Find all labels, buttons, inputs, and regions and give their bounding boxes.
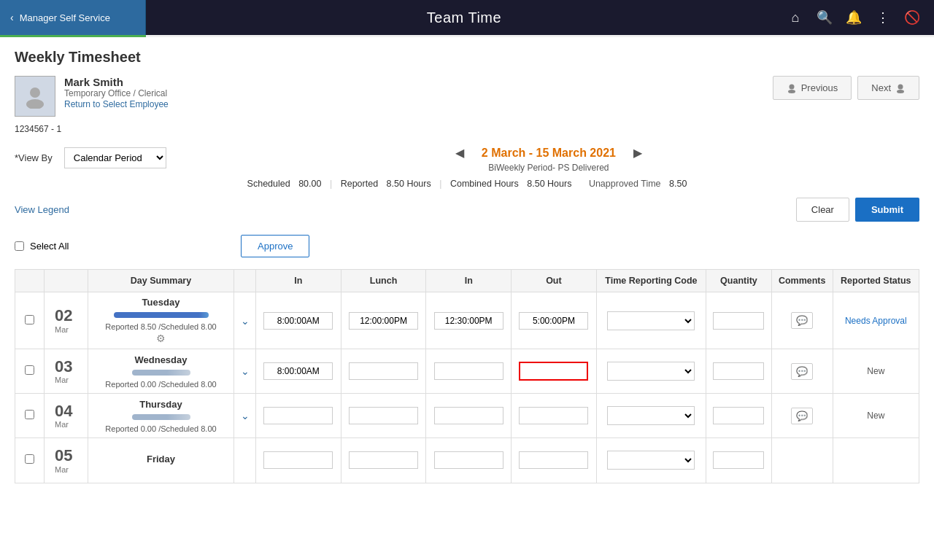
day-bar-container — [93, 310, 229, 320]
day-num-cell: 02Mar — [45, 292, 88, 349]
lunch-input[interactable] — [349, 407, 418, 424]
qty-cell — [706, 292, 772, 349]
comment-button[interactable]: 💬 — [791, 312, 813, 329]
trc-cell — [596, 394, 706, 438]
chevron-down-icon[interactable]: ⌄ — [241, 315, 250, 327]
employee-role: Temporary Office / Clerical — [64, 88, 169, 98]
clear-button[interactable]: Clear — [796, 198, 849, 222]
in2-input[interactable] — [434, 451, 503, 469]
period-type: BiWeekly Period- PS Delivered — [488, 163, 609, 173]
bell-icon[interactable]: 🔔 — [841, 4, 867, 31]
out-input[interactable] — [519, 407, 588, 424]
row-expand-chevron[interactable]: ⌄ — [234, 349, 256, 394]
day-bar-full — [114, 312, 209, 318]
period-next-arrow[interactable]: ▶ — [628, 143, 648, 163]
lunch-input-cell — [341, 394, 426, 438]
select-all-label: Select All — [30, 241, 69, 252]
status-badge: New — [867, 366, 884, 376]
trc-cell — [596, 438, 706, 483]
summary-row: Scheduled 80.00 | Reported 8.50 Hours | … — [15, 179, 919, 189]
col-checkbox — [15, 270, 45, 292]
select-all-checkbox[interactable] — [15, 241, 24, 251]
col-out: Out — [512, 270, 597, 292]
out-input-cell — [512, 292, 597, 349]
no-entry-icon[interactable]: 🚫 — [899, 4, 925, 31]
back-nav[interactable]: ‹ Manager Self Service — [0, 0, 146, 35]
in1-input[interactable] — [263, 407, 333, 424]
trc-cell — [596, 349, 706, 394]
lunch-input[interactable] — [349, 312, 418, 330]
day-reported: Reported 0.00 /Scheduled 8.00 — [93, 424, 229, 433]
out-input-cell — [512, 349, 597, 394]
submit-button[interactable]: Submit — [855, 198, 919, 222]
comment-button[interactable]: 💬 — [791, 408, 813, 424]
qty-input[interactable] — [713, 362, 764, 380]
row-expand-chevron[interactable]: ⌄ — [234, 394, 256, 438]
in2-input[interactable] — [434, 312, 503, 330]
row-expand-chevron[interactable] — [234, 438, 256, 483]
table-row: 02Mar Tuesday Reported 8.50 /Scheduled 8… — [15, 292, 919, 349]
in2-input-cell — [426, 292, 512, 349]
viewby-label: *View By — [15, 152, 53, 163]
topbar-icons: ⌂ 🔍 🔔 ⋮ 🚫 — [782, 4, 934, 31]
out-input[interactable] — [519, 451, 588, 469]
row-checkbox-0[interactable] — [25, 315, 34, 324]
in1-input[interactable] — [263, 312, 333, 330]
day-bar-partial — [132, 370, 190, 376]
back-label: Manager Self Service — [20, 12, 110, 23]
gear-icon[interactable]: ⚙ — [156, 332, 166, 344]
table-row: 03Mar Wednesday Reported 0.00 /Scheduled… — [15, 349, 919, 394]
scheduled-val: 80.00 — [298, 179, 321, 189]
view-legend-link[interactable]: View Legend — [15, 204, 69, 215]
page-title: Weekly Timesheet — [15, 49, 919, 66]
in2-input[interactable] — [434, 407, 503, 424]
in1-input-cell — [256, 438, 341, 483]
row-checkbox-3[interactable] — [25, 454, 34, 464]
next-button[interactable]: Next — [857, 76, 919, 100]
viewby-select[interactable]: Calendar Period — [64, 147, 166, 168]
in1-input-cell — [256, 394, 341, 438]
combined-val: 8.50 Hours — [527, 179, 571, 189]
main-content: Weekly Timesheet Mark Smith Temporary Of… — [0, 37, 934, 560]
day-num-cell: 05Mar — [45, 438, 88, 483]
in2-input[interactable] — [434, 362, 503, 380]
return-link[interactable]: Return to Select Employee — [64, 99, 169, 109]
qty-input[interactable] — [713, 407, 764, 424]
col-in1: In — [256, 270, 341, 292]
employee-info: Mark Smith Temporary Office / Clerical R… — [64, 76, 169, 109]
chevron-down-icon[interactable]: ⌄ — [241, 410, 250, 421]
lunch-input[interactable] — [349, 362, 418, 380]
out-input-cell — [512, 394, 597, 438]
employee-name: Mark Smith — [64, 76, 169, 88]
trc-select[interactable] — [607, 362, 695, 381]
row-checkbox-2[interactable] — [25, 410, 34, 419]
day-num-cell: 04Mar — [45, 394, 88, 438]
qty-input[interactable] — [713, 312, 764, 330]
in2-input-cell — [426, 349, 512, 394]
out-input[interactable] — [519, 312, 588, 330]
row-checkbox-1[interactable] — [25, 365, 34, 375]
status-badge: New — [867, 411, 884, 421]
out-input[interactable] — [519, 362, 588, 381]
row-expand-chevron[interactable]: ⌄ — [234, 292, 256, 349]
in1-input[interactable] — [263, 362, 333, 380]
lunch-input-cell — [341, 292, 426, 349]
action-row: View Legend Clear Submit — [15, 198, 919, 222]
chevron-down-icon[interactable]: ⌄ — [241, 365, 250, 377]
more-icon[interactable]: ⋮ — [870, 4, 896, 31]
period-row: ◀ 2 March - 15 March 2021 ▶ — [449, 143, 648, 163]
search-icon[interactable]: 🔍 — [811, 4, 838, 31]
period-prev-arrow[interactable]: ◀ — [449, 143, 470, 163]
in1-input[interactable] — [263, 451, 333, 469]
trc-select[interactable] — [607, 406, 695, 425]
home-icon[interactable]: ⌂ — [782, 4, 808, 31]
trc-select[interactable] — [607, 451, 695, 470]
lunch-input[interactable] — [349, 451, 418, 469]
col-qty: Quantity — [706, 270, 772, 292]
approve-button[interactable]: Approve — [241, 235, 309, 257]
previous-button[interactable]: Previous — [773, 76, 852, 100]
trc-select[interactable] — [607, 311, 695, 330]
status-cell — [833, 438, 919, 483]
qty-input[interactable] — [713, 451, 764, 469]
comment-button[interactable]: 💬 — [791, 363, 813, 380]
